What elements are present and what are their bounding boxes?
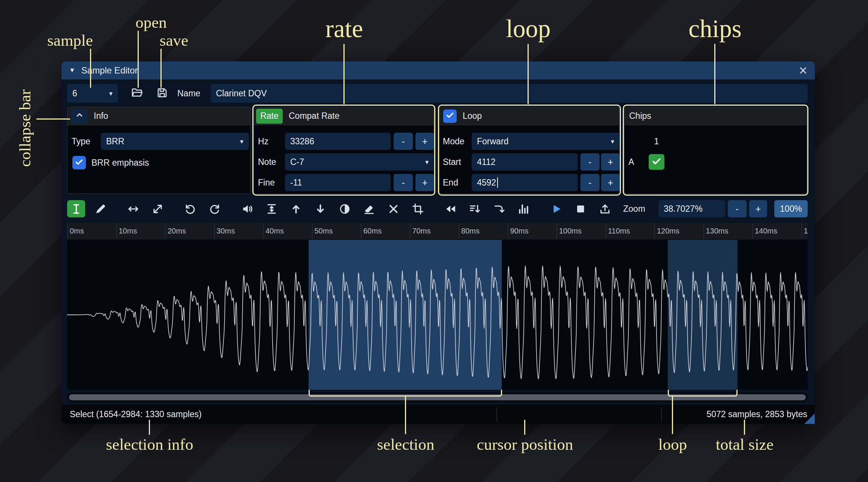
annotation-chips-label: chips xyxy=(688,15,741,43)
chevron-up-icon xyxy=(75,110,84,122)
sample-select[interactable]: 6 ▼ xyxy=(67,84,118,103)
loop-section-title: Loop xyxy=(463,111,482,121)
note-value: C-7 xyxy=(290,157,304,167)
timeline-ruler[interactable]: 0ms10ms20ms30ms40ms50ms60ms70ms80ms90ms1… xyxy=(67,223,808,239)
folder-open-icon xyxy=(131,87,143,100)
waveform-canvas[interactable] xyxy=(67,240,808,390)
fade-in-button[interactable] xyxy=(287,200,305,217)
loop-start-increase-button[interactable]: + xyxy=(601,153,620,171)
rate-tab[interactable]: Rate xyxy=(256,109,283,124)
rewind-icon xyxy=(444,203,457,215)
status-divider xyxy=(661,407,662,422)
filter-button[interactable] xyxy=(514,200,532,217)
total-size-text: 5072 samples, 2853 bytes xyxy=(706,405,807,424)
reverse-button[interactable] xyxy=(441,200,459,217)
normalize-button[interactable] xyxy=(262,200,280,217)
resize-button[interactable] xyxy=(124,200,142,217)
annotation-selection-label: selection xyxy=(377,436,435,453)
hz-decrease-button[interactable]: - xyxy=(394,133,413,150)
scrollbar-thumb[interactable] xyxy=(69,394,806,400)
undo-button[interactable] xyxy=(181,200,199,217)
sign-bit-button[interactable] xyxy=(490,200,508,217)
insert-silence-button[interactable] xyxy=(466,200,484,217)
desktop-background: ▼ Sample Editor × 6 ▼ Name Clarinet DQV xyxy=(0,0,868,482)
annotation-open-label: open xyxy=(135,13,167,31)
annotation-rate-label: rate xyxy=(325,15,363,43)
loop-start-input[interactable]: 4112 xyxy=(472,153,578,171)
loop-end-increase-button[interactable]: + xyxy=(601,174,620,191)
resample-button[interactable] xyxy=(148,200,166,217)
window-collapse-icon[interactable]: ▼ xyxy=(69,67,75,74)
zoom-input[interactable]: 38.7027% xyxy=(658,200,725,217)
zoom-decrease-button[interactable]: - xyxy=(728,200,747,217)
fine-decrease-button[interactable]: - xyxy=(394,174,413,191)
chip-enable-checkbox[interactable] xyxy=(649,154,664,170)
floppy-icon xyxy=(156,87,168,100)
loop-start-decrease-button[interactable]: - xyxy=(580,153,600,171)
delete-button[interactable] xyxy=(384,200,402,217)
stop-preview-button[interactable] xyxy=(571,200,589,217)
undo-icon xyxy=(184,203,196,215)
close-icon[interactable]: × xyxy=(799,64,807,77)
save-button[interactable] xyxy=(153,84,171,103)
annotation-loop-bottom-label: loop xyxy=(658,436,687,453)
zoom-reset-button[interactable]: 100% xyxy=(774,200,808,217)
chips-section-title: Chips xyxy=(629,111,651,121)
cross-icon xyxy=(387,203,400,215)
half-circle-icon xyxy=(339,203,351,215)
ruler-label: 0ms xyxy=(70,227,84,235)
ruler-tick xyxy=(606,223,606,239)
loop-mode-select[interactable]: Forward ▼ xyxy=(472,133,620,150)
ruler-tick xyxy=(410,223,411,239)
type-label: Type xyxy=(72,133,90,150)
ruler-tick xyxy=(312,223,313,239)
zoom-increase-button[interactable]: + xyxy=(749,200,767,217)
apply-silence-button[interactable] xyxy=(360,200,378,217)
loop-checkbox[interactable] xyxy=(443,109,457,123)
brr-emphasis-checkbox[interactable] xyxy=(72,156,86,169)
hz-input[interactable]: 33286 xyxy=(285,133,391,150)
type-select[interactable]: BRR ▼ xyxy=(101,133,249,150)
note-select[interactable]: C-7 ▼ xyxy=(285,153,434,171)
ruler-tick xyxy=(703,223,704,239)
compat-rate-title: Compat Rate xyxy=(289,111,340,121)
arrow-down-icon xyxy=(314,203,327,215)
draw-button[interactable] xyxy=(91,200,109,217)
horizontal-scrollbar[interactable] xyxy=(67,392,808,402)
amplify-button[interactable] xyxy=(238,200,256,217)
trim-button[interactable] xyxy=(409,200,427,217)
chip-column-header: 1 xyxy=(647,133,666,150)
open-button[interactable] xyxy=(127,84,147,103)
titlebar[interactable]: ▼ Sample Editor × xyxy=(61,61,815,79)
fine-increase-button[interactable]: + xyxy=(415,174,434,191)
name-label: Name xyxy=(177,84,200,103)
ruler-label: 90ms xyxy=(510,227,529,235)
bars-icon xyxy=(517,203,530,215)
arrow-up-icon xyxy=(290,203,302,215)
ruler-label: 100ms xyxy=(559,227,582,235)
hz-increase-button[interactable]: + xyxy=(415,133,434,150)
collapse-bar-button[interactable] xyxy=(71,109,88,124)
invert-button[interactable] xyxy=(336,200,354,217)
ruler-label: 70ms xyxy=(412,227,431,235)
info-section: Info Type BRR ▼ BRR emphasis xyxy=(67,107,251,194)
annotation-cursor-position-label: cursor position xyxy=(477,436,573,453)
resize-grip[interactable] xyxy=(804,413,815,424)
stop-icon xyxy=(574,203,587,215)
ruler-label: 20ms xyxy=(168,227,186,235)
loop-end-decrease-button[interactable]: - xyxy=(580,174,600,191)
create-wavetable-button[interactable] xyxy=(596,200,614,217)
chips-section: Chips 1 A xyxy=(624,107,807,194)
loop-mode-value: Forward xyxy=(477,136,508,147)
redo-button[interactable] xyxy=(205,200,223,217)
ruler-tick xyxy=(263,223,264,239)
redo-icon xyxy=(208,203,221,215)
loop-end-input[interactable]: 4592 xyxy=(472,174,578,191)
name-input[interactable]: Clarinet DQV xyxy=(211,84,808,103)
preview-button[interactable] xyxy=(547,200,565,217)
note-label: Note xyxy=(258,153,276,171)
select-button[interactable] xyxy=(67,200,85,217)
fade-out-button[interactable] xyxy=(311,200,329,217)
fine-input[interactable]: -11 xyxy=(285,174,391,191)
hz-value: 33286 xyxy=(290,136,314,147)
